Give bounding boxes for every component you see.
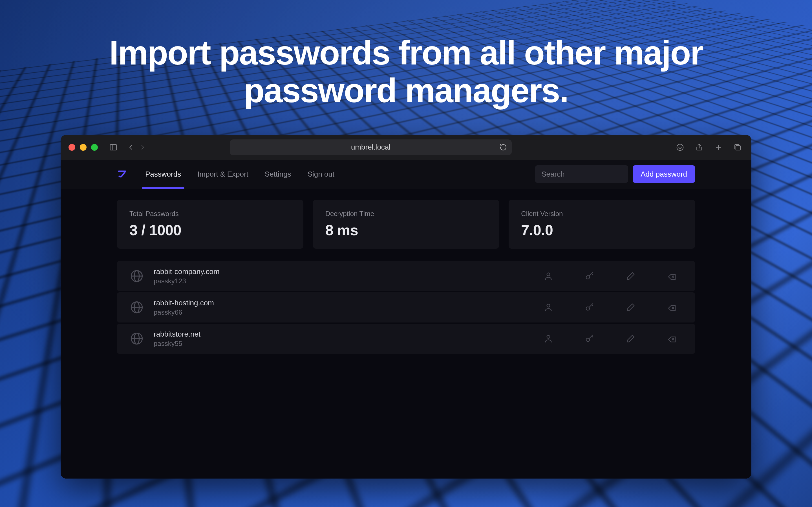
copy-password-icon[interactable] <box>585 334 595 344</box>
back-button-icon[interactable] <box>125 142 137 153</box>
svg-line-31 <box>592 336 593 337</box>
nav-settings[interactable]: Settings <box>264 160 292 189</box>
copy-password-icon[interactable] <box>585 271 595 281</box>
stat-label: Total Passwords <box>130 210 291 218</box>
stat-value: 7.0.0 <box>521 222 682 238</box>
copy-password-icon[interactable] <box>585 302 595 313</box>
stat-total-passwords: Total Passwords 3 / 1000 <box>117 200 303 249</box>
svg-point-28 <box>547 335 550 339</box>
delete-icon[interactable] <box>667 334 677 344</box>
stat-client-version: Client Version 7.0.0 <box>509 200 695 249</box>
svg-point-11 <box>586 276 590 279</box>
svg-rect-0 <box>110 145 117 150</box>
password-username: passky55 <box>154 340 543 348</box>
copy-username-icon[interactable] <box>543 271 553 281</box>
nav-import-export[interactable]: Import & Export <box>196 160 250 189</box>
password-row[interactable]: rabbit-company.com passky123 <box>117 261 695 291</box>
window-controls <box>68 144 98 151</box>
address-bar-url: umbrel.local <box>351 143 391 152</box>
password-row[interactable]: rabbitstore.net passky55 <box>117 324 695 354</box>
svg-point-10 <box>547 273 550 276</box>
fullscreen-window-button[interactable] <box>91 144 98 151</box>
add-password-button[interactable]: Add password <box>633 165 695 183</box>
nav-sign-out[interactable]: Sign out <box>306 160 336 189</box>
stat-label: Decryption Time <box>325 210 487 218</box>
stats-row: Total Passwords 3 / 1000 Decryption Time… <box>117 200 695 249</box>
tabs-overview-icon[interactable] <box>732 142 744 153</box>
browser-window: umbrel.local Pas <box>61 135 751 478</box>
sidebar-toggle-icon[interactable] <box>107 142 119 153</box>
copy-username-icon[interactable] <box>543 334 553 344</box>
globe-icon <box>130 331 144 346</box>
edit-icon[interactable] <box>626 271 636 281</box>
new-tab-icon[interactable] <box>712 142 724 153</box>
app-navbar: Passwords Import & Export Settings Sign … <box>61 160 751 189</box>
svg-point-20 <box>586 307 590 311</box>
address-bar[interactable]: umbrel.local <box>230 139 512 155</box>
delete-icon[interactable] <box>667 271 677 281</box>
password-domain: rabbit-hosting.com <box>154 298 543 307</box>
svg-rect-6 <box>736 146 741 150</box>
browser-titlebar: umbrel.local <box>61 135 751 160</box>
password-username: passky66 <box>154 308 543 316</box>
stat-value: 3 / 1000 <box>130 222 291 238</box>
copy-username-icon[interactable] <box>543 302 553 313</box>
nav-passwords[interactable]: Passwords <box>144 160 182 189</box>
svg-point-19 <box>547 304 550 307</box>
svg-point-29 <box>586 338 590 342</box>
edit-icon[interactable] <box>626 302 636 313</box>
app-nav: Passwords Import & Export Settings Sign … <box>144 160 336 189</box>
search-input[interactable] <box>535 165 628 183</box>
stat-label: Client Version <box>521 210 682 218</box>
forward-button-icon <box>137 142 149 153</box>
password-domain: rabbit-company.com <box>154 267 543 276</box>
password-row[interactable]: rabbit-hosting.com passky66 <box>117 292 695 323</box>
stat-decryption-time: Decryption Time 8 ms <box>313 200 499 249</box>
minimize-window-button[interactable] <box>80 144 87 151</box>
password-username: passky123 <box>154 277 543 285</box>
app-content: Total Passwords 3 / 1000 Decryption Time… <box>61 189 751 478</box>
globe-icon <box>130 269 144 283</box>
svg-line-13 <box>592 274 593 275</box>
passwords-list: rabbit-company.com passky123 rabbit-host… <box>117 261 695 354</box>
password-domain: rabbitstore.net <box>154 330 543 339</box>
svg-line-22 <box>592 305 593 306</box>
delete-icon[interactable] <box>667 302 677 313</box>
edit-icon[interactable] <box>626 334 636 344</box>
passky-logo-icon <box>117 168 128 180</box>
share-icon[interactable] <box>693 142 705 153</box>
downloads-icon[interactable] <box>674 142 686 153</box>
reload-icon[interactable] <box>499 144 507 151</box>
stat-value: 8 ms <box>325 222 487 238</box>
close-window-button[interactable] <box>68 144 75 151</box>
hero-headline: Import passwords from all other major pa… <box>54 0 758 110</box>
globe-icon <box>130 300 144 315</box>
passky-app: Passwords Import & Export Settings Sign … <box>61 160 751 478</box>
